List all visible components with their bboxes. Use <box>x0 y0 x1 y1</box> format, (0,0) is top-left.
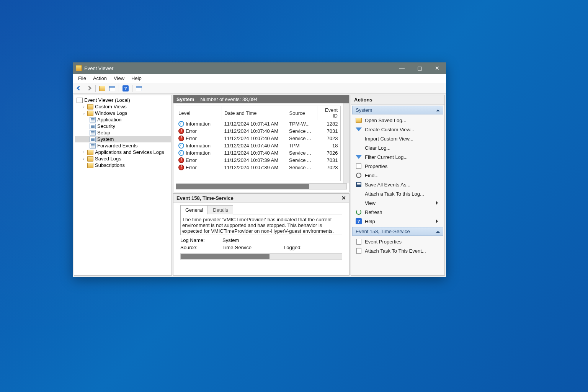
actions-section-event[interactable]: Event 158, Time-Service <box>352 227 443 236</box>
menu-action[interactable]: Action <box>90 75 110 82</box>
document-icon <box>356 248 361 254</box>
menu-help[interactable]: Help <box>128 75 145 82</box>
detail-tabs: General Details <box>173 203 349 214</box>
col-level[interactable]: Level <box>176 106 222 120</box>
action-help[interactable]: ?Help <box>351 217 444 226</box>
show-hide-tree-button[interactable] <box>98 84 107 93</box>
action-clear-log[interactable]: Clear Log... <box>351 143 444 152</box>
event-properties-grid: Log Name: System Source: Time-Service Lo… <box>180 237 342 250</box>
funnel-icon <box>356 155 362 159</box>
col-datetime[interactable]: Date and Time <box>222 106 287 120</box>
expand-icon[interactable]: › <box>82 157 86 161</box>
action-import-custom-view[interactable]: Import Custom View... <box>351 134 444 143</box>
col-source[interactable]: Source <box>287 106 317 120</box>
action-event-properties[interactable]: Event Properties <box>351 237 444 246</box>
panel-button-1[interactable] <box>108 84 117 93</box>
info-icon <box>178 143 184 149</box>
table-row[interactable]: Information11/12/2024 10:07:40 AMService… <box>176 149 340 157</box>
action-properties[interactable]: Properties <box>351 162 444 171</box>
tree-saved-logs[interactable]: › Saved Logs <box>75 155 171 162</box>
detail-title: Event 158, Time-Service <box>176 195 234 201</box>
tree-label: Applications and Services Logs <box>95 149 164 155</box>
menu-file[interactable]: File <box>75 75 89 82</box>
close-detail-button[interactable]: ✕ <box>341 195 346 201</box>
tree-system[interactable]: System <box>75 136 171 142</box>
table-row[interactable]: Error11/12/2024 10:07:40 AMService ...70… <box>176 127 340 135</box>
expand-icon[interactable]: › <box>82 105 86 109</box>
action-label: View <box>365 200 376 206</box>
action-save-all[interactable]: Save All Events As... <box>351 180 444 189</box>
folder-icon <box>87 104 93 109</box>
actions-section-system[interactable]: System <box>352 106 443 114</box>
tree-label: Event Viewer (Local) <box>84 97 130 103</box>
table-row[interactable]: Error11/12/2024 10:07:39 AMService ...70… <box>176 157 340 164</box>
action-label: Filter Current Log... <box>365 154 408 160</box>
action-label: Save All Events As... <box>365 182 410 188</box>
log-icon <box>90 117 96 122</box>
tree-label: Windows Logs <box>95 110 127 116</box>
toolbar: ? <box>73 83 446 94</box>
logname-label: Log Name: <box>180 237 222 243</box>
help-button[interactable]: ? <box>121 84 130 93</box>
action-open-saved-log[interactable]: Open Saved Log... <box>351 116 444 125</box>
navigation-tree[interactable]: Event Viewer (Local) › Custom Views ⌄ Wi… <box>74 95 172 276</box>
table-row[interactable]: Information11/12/2024 10:07:40 AMTPM18 <box>176 142 340 149</box>
action-label: Help <box>365 219 375 224</box>
action-attach-task[interactable]: Attach a Task To this Log... <box>351 189 444 198</box>
tree-label: Setup <box>97 130 110 136</box>
action-attach-task-event[interactable]: Attach Task To This Event... <box>351 246 444 255</box>
source-label: Source: <box>180 245 222 250</box>
vertical-scrollbar[interactable] <box>343 103 349 183</box>
action-create-custom-view[interactable]: Create Custom View... <box>351 125 444 134</box>
table-row[interactable]: Information11/12/2024 10:07:41 AMTPM-W..… <box>176 120 340 128</box>
table-row[interactable]: Error11/12/2024 10:07:40 AMService ...70… <box>176 135 340 142</box>
close-button[interactable]: ✕ <box>428 62 446 74</box>
action-find[interactable]: Find... <box>351 171 444 180</box>
tree-subscriptions[interactable]: Subscriptions <box>75 162 171 168</box>
menu-view[interactable]: View <box>111 75 127 82</box>
events-table: Level Date and Time Source Event ID Info… <box>176 106 340 171</box>
table-row[interactable]: Error11/12/2024 10:07:39 AMService ...70… <box>176 164 340 171</box>
collapse-icon[interactable]: ⌄ <box>82 111 86 115</box>
titlebar[interactable]: Event Viewer — ▢ ✕ <box>73 62 446 74</box>
forward-button[interactable] <box>84 84 93 93</box>
action-view-submenu[interactable]: View <box>351 198 444 207</box>
tab-general[interactable]: General <box>180 205 208 214</box>
action-label: Create Custom View... <box>365 127 414 132</box>
action-label: Refresh <box>365 209 382 215</box>
panel-button-2[interactable] <box>134 84 144 93</box>
tree-root[interactable]: Event Viewer (Local) <box>75 97 171 103</box>
error-icon <box>178 136 184 141</box>
info-icon <box>178 150 184 156</box>
events-grid[interactable]: Level Date and Time Source Event ID Info… <box>176 106 341 181</box>
col-eventid[interactable]: Event ID <box>317 106 340 120</box>
log-icon <box>90 137 96 142</box>
horizontal-scrollbar[interactable] <box>176 183 347 189</box>
action-filter-log[interactable]: Filter Current Log... <box>351 152 444 162</box>
tree-label: System <box>97 136 114 142</box>
section-label: System <box>356 107 372 113</box>
error-icon <box>178 157 184 163</box>
expand-icon[interactable]: › <box>82 150 86 154</box>
tree-application[interactable]: Application <box>75 116 171 123</box>
maximize-button[interactable]: ▢ <box>411 62 428 74</box>
window-title: Event Viewer <box>84 65 113 71</box>
error-icon <box>178 128 184 134</box>
tree-setup[interactable]: Setup <box>75 129 171 136</box>
actions-title: Actions <box>351 95 444 105</box>
tree-custom-views[interactable]: › Custom Views <box>75 103 171 110</box>
tree-windows-logs[interactable]: ⌄ Windows Logs <box>75 110 171 116</box>
action-refresh[interactable]: Refresh <box>351 207 444 217</box>
log-icon <box>90 143 96 149</box>
tree-apps-services[interactable]: › Applications and Services Logs <box>75 149 171 155</box>
error-icon <box>178 165 184 170</box>
tree-forwarded[interactable]: Forwarded Events <box>75 142 171 149</box>
tab-details[interactable]: Details <box>208 205 233 214</box>
tree-security[interactable]: Security <box>75 123 171 129</box>
back-button[interactable] <box>74 84 83 93</box>
minimize-button[interactable]: — <box>393 62 411 74</box>
events-count: Number of events: 38,094 <box>200 96 258 102</box>
action-label: Event Properties <box>365 239 402 245</box>
menubar: File Action View Help <box>73 74 446 83</box>
detail-scrollbar[interactable] <box>180 253 342 260</box>
